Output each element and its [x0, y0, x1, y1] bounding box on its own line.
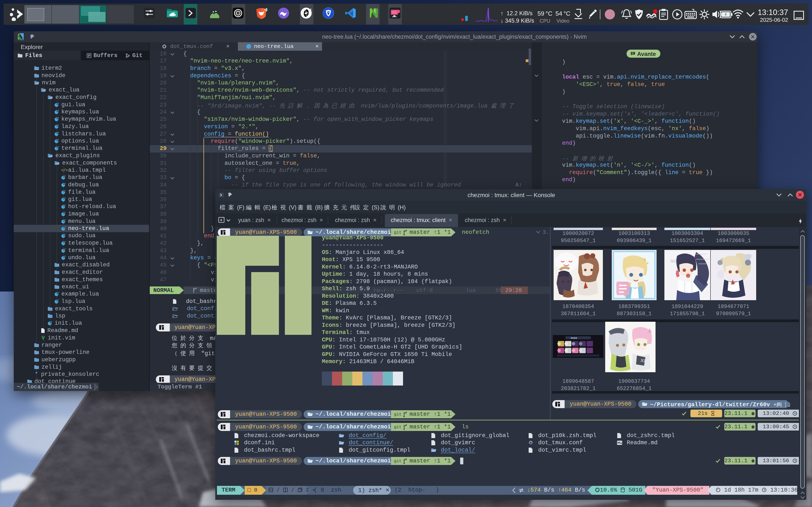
svg-text:■■■■: ■■■■: [570, 336, 577, 339]
svg-text:NG: NG: [670, 259, 677, 264]
